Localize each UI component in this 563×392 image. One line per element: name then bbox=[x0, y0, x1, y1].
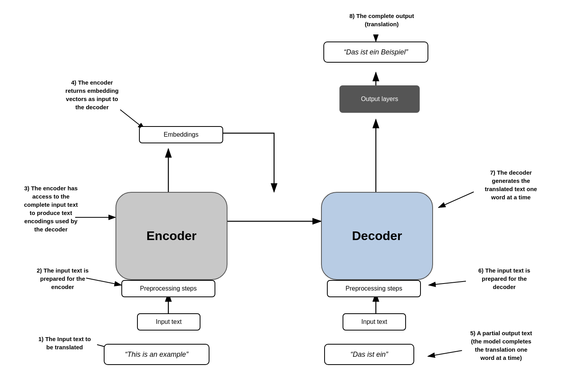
embeddings-box: Embeddings bbox=[139, 126, 223, 143]
input-text-encoder-label: Input text bbox=[156, 318, 182, 325]
decoder-label: Decoder bbox=[352, 229, 402, 243]
annotation-5: 5) A partial output text(the model compl… bbox=[454, 329, 548, 362]
annotation-1: 1) The Input text tobe translated bbox=[23, 335, 106, 351]
quote-partial-box: “Das ist ein” bbox=[324, 344, 414, 365]
quote-output-text: “Das ist ein Beispiel” bbox=[344, 48, 408, 56]
annotation-7: 7) The decodergenerates thetranslated te… bbox=[464, 168, 558, 201]
annotation-8: 8) The complete output(translation) bbox=[329, 12, 435, 28]
diagram: “This is an example” Input text Preproce… bbox=[0, 0, 563, 392]
output-layers-label: Output layers bbox=[361, 96, 398, 103]
preprocessing-decoder-box: Preprocessing steps bbox=[327, 280, 421, 297]
output-layers-box: Output layers bbox=[339, 85, 420, 113]
input-text-encoder-box: Input text bbox=[137, 313, 200, 331]
decoder-box: Decoder bbox=[321, 192, 433, 280]
input-text-decoder-label: Input text bbox=[361, 318, 387, 325]
quote-partial-text: “Das ist ein” bbox=[350, 350, 388, 359]
input-text-decoder-box: Input text bbox=[343, 313, 406, 331]
annotation-6: 6) The input text isprepared for thedeco… bbox=[457, 266, 551, 291]
quote-input-text: “This is an example” bbox=[125, 350, 188, 359]
quote-output-box: “Das ist ein Beispiel” bbox=[323, 42, 428, 63]
preprocessing-encoder-box: Preprocessing steps bbox=[121, 280, 215, 297]
encoder-box: Encoder bbox=[115, 192, 227, 280]
quote-input-box: “This is an example” bbox=[104, 344, 209, 365]
embeddings-label: Embeddings bbox=[164, 131, 198, 138]
encoder-label: Encoder bbox=[146, 229, 197, 243]
preprocessing-decoder-label: Preprocessing steps bbox=[346, 285, 402, 292]
annotation-4: 4) The encoderreturns embeddingvectors a… bbox=[47, 78, 137, 111]
annotation-2: 2) The input text isprepared for theenco… bbox=[22, 266, 104, 291]
annotation-3: 3) The encoder hasaccess to thecomplete … bbox=[12, 184, 90, 233]
preprocessing-encoder-label: Preprocessing steps bbox=[140, 285, 197, 292]
